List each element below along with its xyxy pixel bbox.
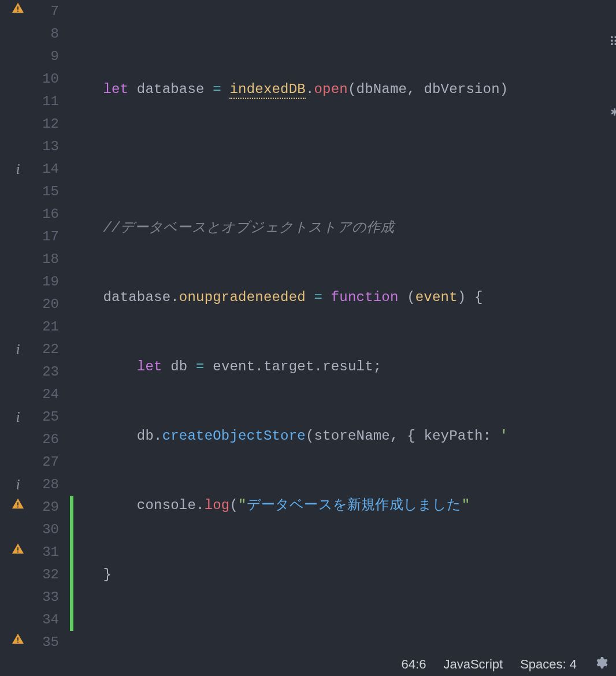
line-number: 29: [42, 496, 59, 518]
warning-icon[interactable]: [10, 541, 25, 563]
svg-rect-6: [17, 637, 18, 641]
line-number: 17: [42, 225, 59, 248]
svg-rect-1: [17, 11, 18, 12]
gutter-line[interactable]: 26: [0, 428, 69, 451]
warning-icon[interactable]: [10, 496, 25, 518]
line-number: 33: [42, 586, 59, 608]
gutter-line[interactable]: 33: [0, 586, 69, 608]
svg-rect-4: [17, 547, 18, 551]
line-number: 21: [42, 315, 59, 338]
info-icon[interactable]: i: [10, 338, 25, 361]
line-number: 24: [42, 383, 59, 406]
line-number: 30: [42, 518, 59, 541]
drag-handle-icon[interactable]: ⠿: [609, 35, 616, 50]
gutter-line[interactable]: 12: [0, 113, 69, 135]
gutter-line[interactable]: 31: [0, 541, 69, 563]
gutter-line[interactable]: 35: [0, 631, 69, 653]
svg-rect-0: [17, 6, 18, 10]
line-number: 14: [42, 158, 59, 180]
line-number: 23: [42, 361, 59, 383]
gutter-line[interactable]: 23: [0, 361, 69, 383]
gutter-line[interactable]: 21: [0, 315, 69, 338]
gutter-line[interactable]: 18: [0, 248, 69, 270]
language-mode[interactable]: JavaScript: [443, 657, 503, 672]
line-number: 19: [42, 270, 59, 293]
warning-icon[interactable]: [10, 631, 25, 653]
line-number: 25: [42, 406, 59, 428]
svg-rect-5: [17, 552, 18, 553]
line-number: 10: [42, 68, 59, 90]
gutter-line[interactable]: 20: [0, 293, 69, 315]
svg-rect-2: [17, 502, 18, 506]
line-number: 31: [42, 541, 59, 563]
gutter-line[interactable]: 16: [0, 203, 69, 225]
gutter-line[interactable]: 32: [0, 563, 69, 586]
line-number: 18: [42, 248, 59, 270]
code-line[interactable]: [69, 633, 616, 653]
svg-rect-3: [17, 507, 18, 508]
line-number: 28: [42, 473, 59, 496]
gutter-line[interactable]: 24: [0, 383, 69, 406]
info-icon[interactable]: i: [10, 406, 25, 428]
line-number: 20: [42, 293, 59, 315]
code-line[interactable]: database.onupgradeneeded = function (eve…: [69, 286, 616, 309]
line-number: 34: [42, 608, 59, 631]
info-icon[interactable]: i: [10, 158, 25, 180]
code-line[interactable]: //データベースとオブジェクトストアの作成: [69, 217, 616, 239]
line-number: 15: [42, 180, 59, 203]
code-line[interactable]: let database = indexedDB.open(dbName, db…: [69, 78, 616, 101]
gutter-line[interactable]: 27: [0, 451, 69, 473]
code-line[interactable]: let db = event.target.result;: [69, 355, 616, 378]
code-area[interactable]: let database = indexedDB.open(dbName, db…: [69, 0, 616, 653]
gutter-line[interactable]: 13: [0, 135, 69, 158]
gutter-line[interactable]: 11: [0, 90, 69, 113]
gutter-line[interactable]: 10: [0, 68, 69, 90]
settings-gear-icon[interactable]: ✱: [611, 104, 616, 120]
gutter-line[interactable]: 17: [0, 225, 69, 248]
code-line[interactable]: [69, 147, 616, 170]
gutter-line[interactable]: i25: [0, 406, 69, 428]
warning-icon[interactable]: [10, 0, 25, 23]
gutter-line[interactable]: 30: [0, 518, 69, 541]
line-number: 16: [42, 203, 59, 225]
code-line[interactable]: db.createObjectStore(storeName, { keyPat…: [69, 425, 616, 447]
gutter-line[interactable]: i28: [0, 473, 69, 496]
line-number: 9: [51, 45, 59, 68]
svg-rect-7: [17, 642, 18, 643]
change-bar: [70, 496, 73, 631]
gutter-line[interactable]: 9: [0, 45, 69, 68]
line-number: 22: [42, 338, 59, 361]
code-line[interactable]: console.log("データベースを新規作成しました": [69, 494, 616, 517]
line-number: 8: [51, 23, 59, 45]
line-number: 35: [42, 631, 59, 653]
code-editor[interactable]: 78910111213i1415161718192021i222324i2526…: [0, 0, 616, 653]
gutter: 78910111213i1415161718192021i222324i2526…: [0, 0, 69, 653]
gutter-line[interactable]: i14: [0, 158, 69, 180]
cursor-position[interactable]: 64:6: [402, 657, 426, 672]
indentation-setting[interactable]: Spaces: 4: [520, 657, 577, 672]
line-number: 27: [42, 451, 59, 473]
code-line[interactable]: }: [69, 563, 616, 586]
gear-icon[interactable]: [594, 656, 608, 673]
gutter-line[interactable]: 7: [0, 0, 69, 23]
info-icon[interactable]: i: [10, 473, 25, 496]
gutter-line[interactable]: 19: [0, 270, 69, 293]
line-number: 13: [42, 135, 59, 158]
status-bar: 64:6 JavaScript Spaces: 4: [0, 653, 616, 676]
gutter-line[interactable]: 34: [0, 608, 69, 631]
gutter-line[interactable]: 15: [0, 180, 69, 203]
gutter-line[interactable]: 8: [0, 23, 69, 45]
line-number: 11: [42, 90, 59, 113]
line-number: 26: [42, 428, 59, 451]
gutter-line[interactable]: i22: [0, 338, 69, 361]
line-number: 12: [42, 113, 59, 135]
gutter-line[interactable]: 29: [0, 496, 69, 518]
line-number: 7: [51, 0, 59, 23]
line-number: 32: [42, 563, 59, 586]
